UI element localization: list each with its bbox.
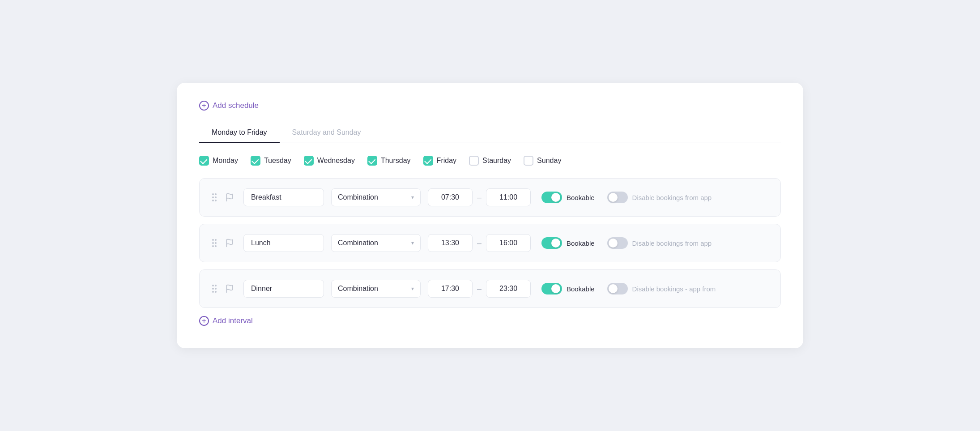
meal-name-dinner[interactable] [243,280,324,298]
flag-icon-dinner [223,282,236,295]
end-time-dinner[interactable] [486,280,531,298]
time-block-breakfast: – [428,188,531,206]
main-card: + Add schedule Monday to Friday Saturday… [177,83,803,349]
chevron-down-icon: ▾ [411,240,414,246]
disable-block-breakfast: Disable bookings from app [607,192,712,203]
add-interval-label: Add interval [213,316,253,325]
time-block-lunch: – [428,234,531,252]
bookable-block-breakfast: Bookable [541,192,595,203]
day-wednesday[interactable]: Wednesday [304,156,355,166]
tab-mon-fri[interactable]: Monday to Friday [199,123,280,143]
disable-toggle-breakfast[interactable] [607,192,628,203]
time-block-dinner: – [428,280,531,298]
disable-label-breakfast: Disable bookings from app [632,194,712,201]
day-wednesday-label: Wednesday [317,157,355,165]
time-dash-breakfast: – [477,193,481,202]
bookable-toggle-dinner[interactable] [541,283,562,294]
checkbox-monday[interactable] [199,156,209,166]
combo-select-lunch-value: Combination [338,239,378,247]
start-time-dinner[interactable] [428,280,473,298]
checkbox-wednesday[interactable] [304,156,314,166]
meal-name-lunch[interactable] [243,234,324,252]
tab-bar: Monday to Friday Saturday and Sunday [199,123,781,143]
add-interval-icon: + [199,316,209,326]
checkbox-saturday[interactable] [469,156,479,166]
combo-select-breakfast[interactable]: Combination ▾ [331,188,421,206]
day-sunday[interactable]: Sunday [524,156,561,166]
add-schedule-icon: + [199,101,209,111]
drag-handle-breakfast[interactable] [210,192,216,203]
disable-label-dinner: Disable bookings - app from [632,285,716,293]
start-time-lunch[interactable] [428,234,473,252]
add-interval-button[interactable]: + Add interval [199,316,781,326]
start-time-breakfast[interactable] [428,188,473,206]
interval-row-dinner: Combination ▾ – Bookable Disable booking… [199,269,781,308]
disable-block-dinner: Disable bookings - app from [607,283,716,294]
day-monday-label: Monday [213,157,238,165]
bookable-block-dinner: Bookable [541,283,595,294]
interval-row-lunch: Combination ▾ – Bookable Disable booking… [199,224,781,262]
add-schedule-label: Add schedule [213,101,259,110]
day-tuesday-label: Tuesday [264,157,291,165]
end-time-breakfast[interactable] [486,188,531,206]
day-saturday[interactable]: Staurday [469,156,511,166]
disable-label-lunch: Disable bookings from app [632,239,712,247]
bookable-toggle-lunch[interactable] [541,237,562,249]
combo-select-breakfast-value: Combination [338,193,378,201]
add-schedule-button[interactable]: + Add schedule [199,101,781,111]
time-dash-dinner: – [477,284,481,294]
days-row: Monday Tuesday Wednesday Thursday Friday… [199,156,781,166]
day-monday[interactable]: Monday [199,156,238,166]
day-saturday-label: Staurday [482,157,511,165]
disable-toggle-dinner[interactable] [607,283,628,294]
checkbox-thursday[interactable] [367,156,377,166]
disable-block-lunch: Disable bookings from app [607,237,712,249]
day-friday-label: Friday [437,157,456,165]
drag-handle-lunch[interactable] [210,237,216,249]
day-sunday-label: Sunday [537,157,561,165]
meal-name-breakfast[interactable] [243,188,324,206]
day-thursday[interactable]: Thursday [367,156,411,166]
chevron-down-icon: ▾ [411,194,414,201]
tab-sat-sun[interactable]: Saturday and Sunday [280,123,374,143]
interval-row-breakfast: Combination ▾ – Bookable Disable booking… [199,178,781,217]
checkbox-tuesday[interactable] [251,156,260,166]
disable-toggle-lunch[interactable] [607,237,628,249]
day-tuesday[interactable]: Tuesday [251,156,291,166]
combo-select-dinner[interactable]: Combination ▾ [331,280,421,298]
time-dash-lunch: – [477,239,481,248]
bookable-label-dinner: Bookable [567,285,595,293]
end-time-lunch[interactable] [486,234,531,252]
day-friday[interactable]: Friday [423,156,456,166]
flag-icon-lunch [223,236,236,250]
drag-handle-dinner[interactable] [210,283,216,294]
combo-select-dinner-value: Combination [338,285,378,293]
bookable-toggle-breakfast[interactable] [541,192,562,203]
bookable-block-lunch: Bookable [541,237,595,249]
bookable-label-breakfast: Bookable [567,194,595,201]
checkbox-friday[interactable] [423,156,433,166]
combo-select-lunch[interactable]: Combination ▾ [331,234,421,252]
checkbox-sunday[interactable] [524,156,533,166]
flag-icon-breakfast [223,191,236,204]
chevron-down-icon: ▾ [411,286,414,292]
day-thursday-label: Thursday [381,157,411,165]
bookable-label-lunch: Bookable [567,239,595,247]
